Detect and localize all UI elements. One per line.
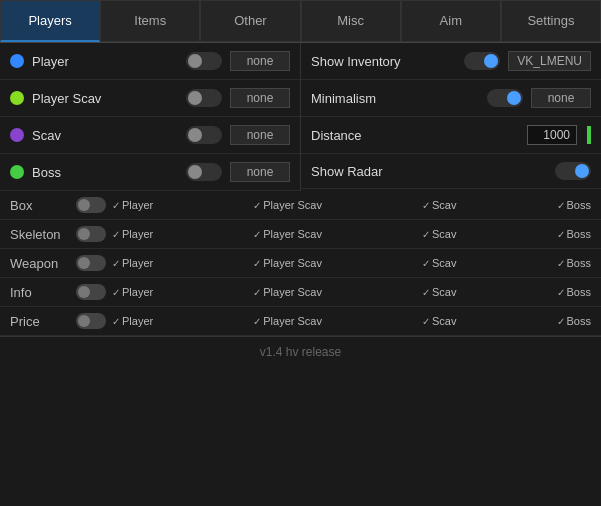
check-icon: ✓	[112, 316, 120, 327]
ck-label-4-0: Player	[122, 315, 153, 327]
player-keybind[interactable]: none	[230, 51, 290, 71]
ck-item-3-0[interactable]: ✓Player	[112, 286, 153, 298]
ck-item-4-0[interactable]: ✓Player	[112, 315, 153, 327]
show-inventory-keybind[interactable]: VK_LMENU	[508, 51, 591, 71]
ck-item-1-2[interactable]: ✓Scav	[422, 228, 456, 240]
ck-item-4-2[interactable]: ✓Scav	[422, 315, 456, 327]
section-label-4: Price	[10, 314, 70, 329]
section-toggle-4[interactable]	[76, 313, 106, 329]
player-scav-toggle[interactable]	[186, 89, 222, 107]
footer: v1.4 hv release	[0, 336, 601, 367]
ck-label-3-1: Player Scav	[263, 286, 322, 298]
ck-label-4-2: Scav	[432, 315, 456, 327]
section-toggle-3[interactable]	[76, 284, 106, 300]
ck-label-4-3: Boss	[567, 315, 591, 327]
ck-item-0-2[interactable]: ✓Scav	[422, 199, 456, 211]
ck-item-3-3[interactable]: ✓Boss	[557, 286, 591, 298]
ck-item-4-1[interactable]: ✓Player Scav	[253, 315, 322, 327]
ck-item-0-1[interactable]: ✓Player Scav	[253, 199, 322, 211]
player-scav-label: Player Scav	[32, 91, 178, 106]
tabs-bar: Players Items Other Misc Aim Settings	[0, 0, 601, 43]
section-checks-1: ✓Player✓Player Scav✓Scav✓Boss	[112, 228, 591, 240]
show-inventory-row: Show Inventory VK_LMENU	[301, 43, 601, 80]
ck-item-1-0[interactable]: ✓Player	[112, 228, 153, 240]
section-row-box: Box✓Player✓Player Scav✓Scav✓Boss	[0, 191, 601, 220]
show-radar-row: Show Radar	[301, 154, 601, 189]
distance-input[interactable]	[527, 125, 577, 145]
check-icon: ✓	[253, 258, 261, 269]
section-row-skeleton: Skeleton✓Player✓Player Scav✓Scav✓Boss	[0, 220, 601, 249]
player-label: Player	[32, 54, 178, 69]
distance-row: Distance	[301, 117, 601, 154]
player-scav-keybind[interactable]: none	[230, 88, 290, 108]
boss-keybind[interactable]: none	[230, 162, 290, 182]
boss-toggle[interactable]	[186, 163, 222, 181]
section-toggle-2[interactable]	[76, 255, 106, 271]
player-scav-row: Player Scav none	[0, 80, 300, 117]
show-inventory-toggle[interactable]	[464, 52, 500, 70]
scav-keybind[interactable]: none	[230, 125, 290, 145]
ck-label-1-1: Player Scav	[263, 228, 322, 240]
tab-misc[interactable]: Misc	[301, 0, 401, 42]
tab-settings[interactable]: Settings	[501, 0, 601, 42]
minimalism-keybind[interactable]: none	[531, 88, 591, 108]
show-inventory-label: Show Inventory	[311, 54, 456, 69]
ck-label-2-2: Scav	[432, 257, 456, 269]
player-toggle[interactable]	[186, 52, 222, 70]
check-icon: ✓	[557, 287, 565, 298]
scav-toggle[interactable]	[186, 126, 222, 144]
ck-label-1-3: Boss	[567, 228, 591, 240]
player-scav-dot	[10, 91, 24, 105]
distance-label: Distance	[311, 128, 519, 143]
minimalism-toggle[interactable]	[487, 89, 523, 107]
sections-container: Box✓Player✓Player Scav✓Scav✓BossSkeleton…	[0, 191, 601, 336]
player-dot	[10, 54, 24, 68]
check-icon: ✓	[112, 258, 120, 269]
ck-item-2-2[interactable]: ✓Scav	[422, 257, 456, 269]
ck-label-0-0: Player	[122, 199, 153, 211]
check-icon: ✓	[253, 287, 261, 298]
check-icon: ✓	[422, 200, 430, 211]
section-row-price: Price✓Player✓Player Scav✓Scav✓Boss	[0, 307, 601, 336]
left-panel: Player none Player Scav none Scav none B…	[0, 43, 301, 191]
boss-label: Boss	[32, 165, 178, 180]
section-toggle-0[interactable]	[76, 197, 106, 213]
section-label-2: Weapon	[10, 256, 70, 271]
section-toggle-1[interactable]	[76, 226, 106, 242]
ck-item-1-1[interactable]: ✓Player Scav	[253, 228, 322, 240]
show-radar-label: Show Radar	[311, 164, 547, 179]
section-label-1: Skeleton	[10, 227, 70, 242]
player-row: Player none	[0, 43, 300, 80]
check-icon: ✓	[112, 229, 120, 240]
ck-label-1-0: Player	[122, 228, 153, 240]
ck-item-0-0[interactable]: ✓Player	[112, 199, 153, 211]
ck-item-4-3[interactable]: ✓Boss	[557, 315, 591, 327]
show-radar-toggle[interactable]	[555, 162, 591, 180]
ck-item-3-2[interactable]: ✓Scav	[422, 286, 456, 298]
check-icon: ✓	[253, 200, 261, 211]
boss-dot	[10, 165, 24, 179]
check-icon: ✓	[422, 316, 430, 327]
check-icon: ✓	[422, 258, 430, 269]
ck-item-2-1[interactable]: ✓Player Scav	[253, 257, 322, 269]
check-icon: ✓	[422, 287, 430, 298]
section-checks-4: ✓Player✓Player Scav✓Scav✓Boss	[112, 315, 591, 327]
ck-item-2-3[interactable]: ✓Boss	[557, 257, 591, 269]
tab-items[interactable]: Items	[100, 0, 200, 42]
ck-item-3-1[interactable]: ✓Player Scav	[253, 286, 322, 298]
tab-other[interactable]: Other	[200, 0, 300, 42]
ck-item-2-0[interactable]: ✓Player	[112, 257, 153, 269]
boss-row: Boss none	[0, 154, 300, 191]
ck-item-1-3[interactable]: ✓Boss	[557, 228, 591, 240]
minimalism-row: Minimalism none	[301, 80, 601, 117]
check-icon: ✓	[557, 316, 565, 327]
section-label-0: Box	[10, 198, 70, 213]
check-icon: ✓	[253, 229, 261, 240]
ck-label-3-0: Player	[122, 286, 153, 298]
distance-bar	[587, 126, 591, 144]
ck-item-0-3[interactable]: ✓Boss	[557, 199, 591, 211]
section-label-3: Info	[10, 285, 70, 300]
tab-aim[interactable]: Aim	[401, 0, 501, 42]
tab-players[interactable]: Players	[0, 0, 100, 42]
ck-label-0-3: Boss	[567, 199, 591, 211]
